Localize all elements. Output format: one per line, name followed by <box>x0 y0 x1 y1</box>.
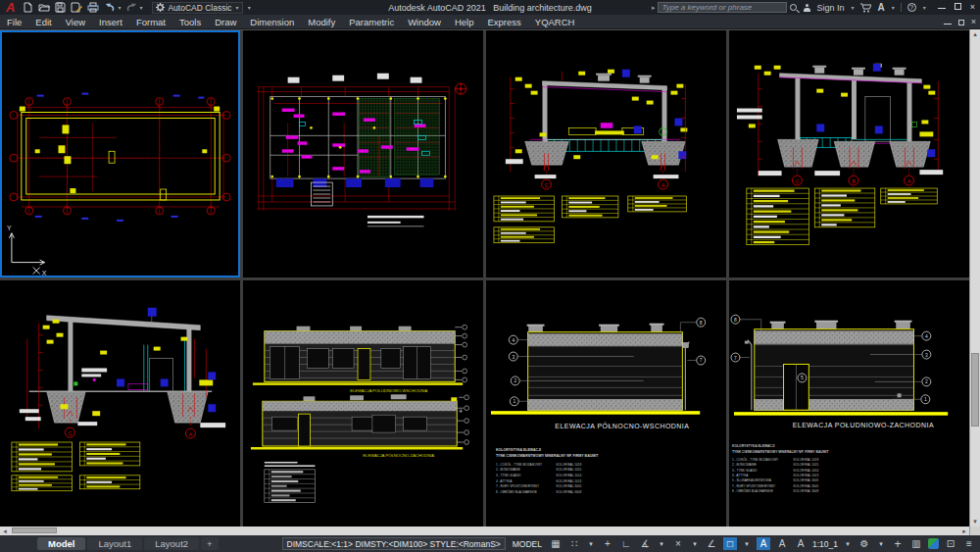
menu-format[interactable]: Format <box>129 15 172 29</box>
menu-edit[interactable]: Edit <box>28 15 58 29</box>
open-folder-icon[interactable] <box>38 2 50 13</box>
annotation-scale-icon[interactable]: A <box>794 537 808 550</box>
annotation-scale-value[interactable]: 1:10_1 <box>812 539 838 549</box>
workspace-gear-icon[interactable]: ⚙ <box>858 537 871 550</box>
menu-window[interactable]: Window <box>401 15 448 29</box>
legend-table <box>79 442 139 466</box>
svg-text:KOLOR RAL 3005: KOLOR RAL 3005 <box>793 478 818 482</box>
annotation-autoscale-icon[interactable]: A <box>775 537 789 550</box>
horizontal-scroll-thumb[interactable] <box>12 527 57 533</box>
new-file-icon[interactable] <box>23 2 33 13</box>
workspace-selector[interactable]: AutoCAD Classic ▾ <box>152 2 242 14</box>
sign-in-caret[interactable]: ▾ <box>851 4 854 11</box>
redo-dropdown-caret[interactable]: ▾ <box>139 4 142 11</box>
svg-text:3 - TYNK GŁADKI: 3 - TYNK GŁADKI <box>732 468 757 472</box>
svg-text:TYNK CIENKOWARSTWOWY MINERALNY: TYNK CIENKOWARSTWOWY MINERALNY NP. FIRMY… <box>732 449 830 453</box>
app-store-cart-icon[interactable] <box>859 3 871 13</box>
customization-menu-icon[interactable]: ≡ <box>962 537 976 550</box>
search-icon[interactable] <box>790 4 797 11</box>
redo-icon[interactable]: ▾ <box>125 3 142 13</box>
save-as-icon[interactable] <box>71 2 82 13</box>
grid-display-icon[interactable]: ▦ <box>549 537 563 550</box>
tab-add-layout[interactable]: + <box>201 537 219 550</box>
svg-text:KOLOR RAL 3005: KOLOR RAL 3005 <box>793 483 818 487</box>
viewport-section-1[interactable]: C A <box>486 30 726 277</box>
doc-close-button[interactable]: × <box>971 17 976 26</box>
menu-help[interactable]: Help <box>448 15 481 29</box>
scroll-left-arrow[interactable]: ◂ <box>0 527 10 535</box>
lineweight-icon[interactable]: ∠ <box>705 537 718 550</box>
help-caret[interactable]: ▾ <box>923 4 926 11</box>
model-space-button[interactable]: MODEL <box>511 539 544 549</box>
graphics-performance-icon[interactable] <box>928 538 939 549</box>
scroll-up-arrow[interactable]: ▴ <box>973 29 977 39</box>
dynamic-input-icon[interactable]: + <box>601 537 614 550</box>
menu-view[interactable]: View <box>59 15 92 29</box>
undo-icon[interactable]: ▾ <box>104 3 121 13</box>
help-icon[interactable]: ? <box>907 3 916 12</box>
plot-icon[interactable] <box>87 2 99 13</box>
sign-in-button[interactable]: Sign In <box>816 3 844 13</box>
search-input[interactable] <box>658 2 787 13</box>
snap-dropdown-caret[interactable]: ▾ <box>586 537 596 550</box>
workspace-dropdown-caret[interactable]: ▾ <box>876 537 886 550</box>
otrack-dropdown-caret[interactable]: ▾ <box>690 537 700 550</box>
svg-text:X: X <box>42 270 47 276</box>
clean-screen-icon[interactable]: ⊡ <box>944 537 957 550</box>
isolate-objects-icon[interactable]: ▥ <box>909 537 923 550</box>
vertical-scroll-thumb[interactable] <box>971 353 979 427</box>
doc-restore-button[interactable] <box>958 17 964 27</box>
scale-dropdown-caret[interactable]: ▾ <box>843 537 853 550</box>
viewport-foundation-plan[interactable]: Y X <box>0 30 240 277</box>
menu-file[interactable]: File <box>0 15 28 29</box>
autodesk-account-icon[interactable]: A <box>877 2 884 13</box>
crosshair-icon[interactable]: + <box>891 537 905 550</box>
annotation-visibility-icon[interactable]: A <box>757 537 770 550</box>
menu-modify[interactable]: Modify <box>301 15 342 29</box>
viewport-floor-plan[interactable] <box>243 30 483 277</box>
menu-tools[interactable]: Tools <box>172 15 208 29</box>
tab-layout2[interactable]: Layout2 <box>144 537 199 550</box>
autocad-logo[interactable]: A <box>0 1 23 14</box>
menu-insert[interactable]: Insert <box>92 15 129 29</box>
ortho-mode-icon[interactable]: ∟ <box>619 537 633 550</box>
viewport-section-3[interactable]: C A <box>0 280 240 527</box>
menu-dimension[interactable]: Dimension <box>243 15 301 29</box>
menu-express[interactable]: Express <box>480 15 527 29</box>
workspace-dropdown-caret[interactable]: ▾ <box>236 4 239 11</box>
search-expand-icon[interactable]: ▸ <box>652 4 656 12</box>
svg-text:A: A <box>662 182 665 188</box>
undo-dropdown-caret[interactable]: ▾ <box>118 4 121 11</box>
polar-dropdown-caret[interactable]: ▾ <box>657 537 666 550</box>
close-button[interactable]: × <box>970 3 975 12</box>
horizontal-scrollbar[interactable]: ◂ ▸ <box>0 527 969 535</box>
scroll-down-arrow[interactable]: ▾ <box>973 517 977 527</box>
tab-model[interactable]: Model <box>37 537 85 550</box>
qat-menu-caret[interactable]: ▾ <box>248 4 251 11</box>
menu-yqarch[interactable]: YQARCH <box>528 15 582 29</box>
viewport-section-2[interactable]: C B A <box>729 30 969 277</box>
legend-table <box>12 442 72 472</box>
viewport-elevations-pair[interactable]: ELEWACJA POŁUDNIOWO-WSCHODNIA ELEWACJA P… <box>243 280 483 527</box>
osnap-dropdown-caret[interactable]: ▾ <box>742 537 752 550</box>
maximize-button[interactable] <box>955 3 961 12</box>
svg-text:7: 7 <box>700 358 703 363</box>
scroll-right-arrow[interactable]: ▸ <box>959 527 969 535</box>
snap-mode-icon[interactable]: ∷ <box>567 537 581 550</box>
vertical-scrollbar[interactable]: ▴ ▾ <box>969 29 980 527</box>
minimize-button[interactable] <box>938 3 946 12</box>
doc-minimize-button[interactable] <box>944 17 952 27</box>
svg-text:KOLORYSTYKA ELEWACJI: KOLORYSTYKA ELEWACJI <box>732 443 775 447</box>
svg-text:1: 1 <box>513 399 515 404</box>
svg-text:8 - OBRÓBKI BLACHARSKIE: 8 - OBRÓBKI BLACHARSKIE <box>732 488 773 493</box>
viewport-elevation-ne[interactable]: 4 3 2 1 8 7 ELEWACJA PÓŁNOCNO-WSCHODNIA … <box>486 280 726 527</box>
menu-parametric[interactable]: Parametric <box>342 15 401 29</box>
save-icon[interactable] <box>55 2 66 13</box>
object-snap-icon[interactable]: □ <box>723 537 737 550</box>
object-snap-tracking-icon[interactable]: × <box>671 537 685 550</box>
viewport-elevation-sw[interactable]: 8 7 4 3 2 1 5 ELEWACJA POŁUDNIOWO-ZACHOD… <box>729 280 969 527</box>
menu-draw[interactable]: Draw <box>208 15 243 29</box>
account-caret[interactable]: ▾ <box>892 4 895 11</box>
polar-tracking-icon[interactable]: ∡ <box>638 537 652 550</box>
tab-layout1[interactable]: Layout1 <box>87 537 142 550</box>
